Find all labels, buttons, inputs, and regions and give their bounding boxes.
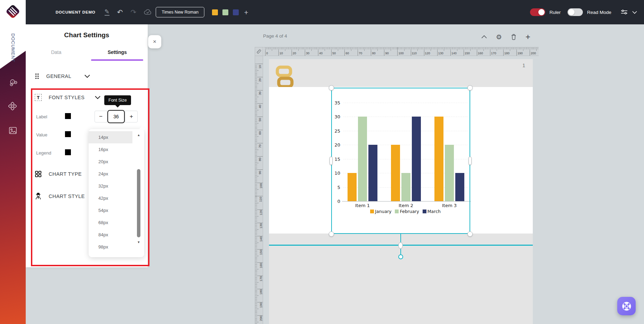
scroll-down-icon[interactable]: ▼	[137, 240, 141, 244]
resize-handle-left[interactable]	[329, 157, 333, 165]
read-mode-toggle[interactable]	[568, 8, 583, 16]
app-logo-icon[interactable]	[5, 3, 21, 19]
add-page-plus-icon[interactable]: +	[525, 32, 530, 42]
font-size-option[interactable]: 24px	[89, 168, 132, 180]
ruler-tick-label: 40	[258, 105, 262, 108]
resize-handle-bottom-left[interactable]	[329, 231, 334, 237]
font-size-option[interactable]: 84px	[89, 229, 132, 241]
font-size-option[interactable]: 32px	[89, 180, 132, 192]
ruler-tick-label: 90	[385, 52, 389, 55]
toggle-knob	[538, 9, 545, 15]
ruler-tick-label: 190	[259, 302, 263, 308]
chart-bar	[412, 117, 421, 201]
resize-handle-bottom-right[interactable]	[467, 231, 473, 237]
y-axis-label: 35	[334, 100, 340, 105]
color-swatch-green[interactable]	[222, 9, 228, 15]
legend-label: March	[427, 209, 441, 214]
ruler-toggle[interactable]	[530, 8, 545, 16]
tab-settings[interactable]: Settings	[87, 45, 148, 60]
image-icon[interactable]	[8, 126, 17, 136]
ruler-tick-label: 100	[259, 183, 263, 189]
ruler-tick-label: 160	[478, 52, 483, 55]
ruler-tick-label: 110	[259, 197, 262, 201]
ruler-toggle-label: Ruler	[549, 10, 561, 15]
color-swatch-yellow[interactable]	[212, 9, 218, 15]
label-color-swatch[interactable]	[65, 113, 71, 119]
collapse-up-icon[interactable]	[481, 35, 487, 39]
font-size-option[interactable]: 54px	[89, 204, 132, 216]
chart-bar	[358, 117, 367, 201]
font-family-button[interactable]: Times New Roman	[156, 7, 204, 17]
font-size-option[interactable]: 68px	[89, 216, 132, 229]
font-size-option[interactable]: 20px	[89, 156, 132, 168]
chart-legend: JanuaryFebruaryMarch	[343, 209, 467, 214]
font-size-decrease-button[interactable]: −	[95, 111, 107, 123]
font-size-input[interactable]	[107, 110, 125, 123]
molecule-icon[interactable]: OHH	[8, 77, 18, 89]
legend-label: January	[375, 209, 391, 214]
ruler-tick-label: 100	[399, 52, 404, 55]
section-chart-style[interactable]: CHART STYLE	[35, 192, 85, 200]
undo-icon[interactable]: ↶	[117, 9, 123, 16]
ruler-tick-label: 10	[279, 52, 283, 55]
rename-icon[interactable]: ✎	[105, 9, 109, 16]
add-color-icon[interactable]: +	[244, 9, 248, 16]
scroll-up-icon[interactable]: ▲	[137, 133, 141, 137]
font-size-option[interactable]: 98px	[89, 241, 132, 253]
ruler-origin-icon[interactable]	[255, 47, 263, 56]
chart-bar	[391, 145, 400, 201]
legend-item: March	[423, 209, 441, 214]
font-size-stepper: − +	[95, 110, 138, 123]
ruler-tick-label: 180	[504, 52, 510, 55]
horizontal-ruler[interactable]: 0102030405060708090100110120130140150160…	[263, 47, 539, 56]
label-row-label: Label	[36, 114, 47, 119]
chevron-down-icon[interactable]	[95, 96, 100, 99]
font-size-option[interactable]: 16px	[89, 143, 132, 156]
page-settings-gear-icon[interactable]: ⚙	[496, 33, 502, 41]
scrollbar-thumb[interactable]	[137, 169, 140, 237]
legend-color-swatch[interactable]	[65, 149, 71, 155]
resize-handle-top-right[interactable]	[467, 85, 473, 90]
gridline	[343, 103, 467, 103]
legend-row-label: Legend	[36, 150, 51, 156]
read-mode-toggle-label: Read Mode	[587, 10, 611, 15]
help-button[interactable]	[617, 297, 636, 315]
ruler-tick-label: 120	[259, 210, 263, 215]
rotate-handle[interactable]	[398, 254, 403, 259]
chevron-down-icon[interactable]	[632, 11, 637, 14]
tab-data[interactable]: Data	[26, 45, 87, 60]
dropdown-scrollbar[interactable]: ▲ ▼	[136, 133, 141, 250]
section-chart-type-label: CHART TYPE	[49, 171, 82, 177]
chevron-down-icon[interactable]	[84, 74, 90, 78]
section-general[interactable]: GENERAL	[35, 73, 90, 79]
value-row-label: Value	[36, 132, 47, 137]
cloud-saved-icon	[144, 9, 152, 15]
preferences-sliders-icon[interactable]	[620, 9, 628, 16]
resize-handle-right[interactable]	[468, 157, 472, 165]
ruler-tick-label: 170	[259, 276, 263, 281]
resize-handle-top-left[interactable]	[329, 85, 334, 90]
ruler-tick-label: 80	[372, 52, 375, 55]
y-axis-label: 10	[334, 171, 340, 176]
y-axis-label: 25	[334, 128, 340, 133]
legend-label: February	[400, 209, 419, 214]
ruler-tick-label: 90	[258, 171, 262, 174]
color-swatch-navy[interactable]	[233, 9, 239, 15]
font-size-option[interactable]: 14px	[89, 131, 132, 143]
close-panel-button[interactable]: ×	[148, 35, 161, 48]
font-size-option[interactable]: 42px	[89, 192, 132, 204]
ruler-tick-label: 130	[259, 223, 263, 228]
delete-page-trash-icon[interactable]	[511, 34, 516, 40]
document-canvas[interactable]: Page 4 of 4 ⚙ + 010203040506070809010011…	[148, 24, 644, 324]
ruler-tick-label: 60	[345, 52, 349, 55]
ruler-tick-label: 0	[266, 52, 268, 55]
block-drag-handle[interactable]	[398, 242, 403, 249]
section-chart-style-label: CHART STYLE	[49, 193, 85, 199]
vertical-ruler[interactable]: 1020304050607080901001101201301401501601…	[255, 56, 263, 324]
font-size-increase-button[interactable]: +	[125, 111, 138, 123]
ruler-tick-label: 140	[259, 236, 263, 242]
shapes-icon[interactable]	[8, 102, 18, 113]
section-chart-type[interactable]: CHART TYPE	[35, 171, 82, 177]
section-font-styles[interactable]: T FONT STYLES	[35, 94, 100, 101]
value-color-swatch[interactable]	[65, 131, 71, 137]
